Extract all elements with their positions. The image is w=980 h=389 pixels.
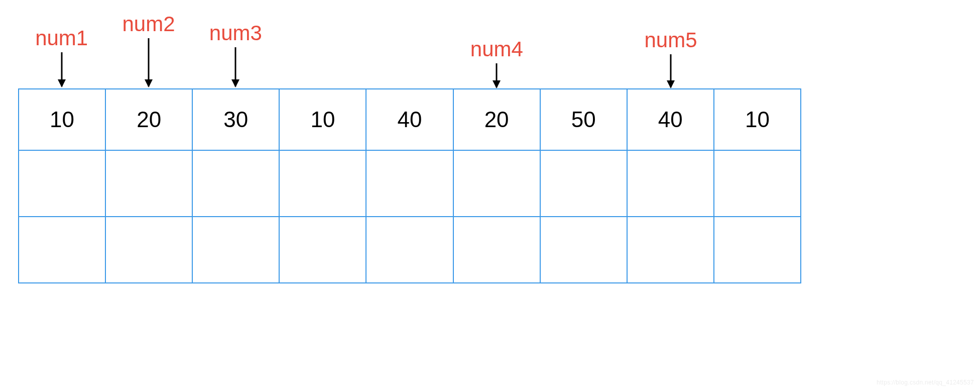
diagram-container: num1num2num3num4num5 102030104020504010: [18, 0, 801, 283]
grid-cell: [279, 150, 366, 217]
grid-cell: [366, 217, 453, 283]
pointer-label: num2: [122, 12, 175, 36]
pointer-label: num3: [209, 21, 262, 45]
svg-marker-5: [231, 79, 239, 87]
pointer-label: num5: [644, 28, 697, 52]
grid-cell: [19, 150, 105, 217]
arrow-down-icon: [143, 38, 155, 87]
pointer-labels-area: num1num2num3num4num5: [18, 0, 801, 88]
grid-row: [19, 150, 801, 217]
grid-cell: [714, 217, 801, 283]
grid-cell: [714, 150, 801, 217]
grid-cell: 40: [627, 89, 714, 150]
grid-cell: [540, 217, 627, 283]
grid-cell: [192, 217, 279, 283]
grid-row: [19, 217, 801, 283]
watermark: https://blog.csdn.net/qq_41245537: [877, 379, 974, 386]
arrow-down-icon: [229, 47, 241, 87]
grid-cell: [19, 217, 105, 283]
svg-marker-7: [493, 80, 501, 88]
pointer-num2: num2: [113, 12, 184, 87]
grid-cell: 10: [19, 89, 105, 150]
grid-cell: [279, 217, 366, 283]
grid-cell: 20: [453, 89, 540, 150]
grid-cell: [627, 150, 714, 217]
svg-marker-1: [58, 79, 66, 87]
arrow-down-icon: [491, 63, 503, 88]
grid-row: 102030104020504010: [19, 89, 801, 150]
data-grid: 102030104020504010: [18, 88, 801, 283]
grid-cell: 30: [192, 89, 279, 150]
grid-cell: 10: [279, 89, 366, 150]
pointer-num5: num5: [636, 28, 706, 88]
grid-cell: [105, 217, 192, 283]
pointer-label: num4: [470, 37, 523, 61]
pointer-num3: num3: [200, 21, 271, 87]
svg-marker-3: [145, 79, 153, 87]
grid-cell: 20: [105, 89, 192, 150]
pointer-num4: num4: [461, 37, 532, 88]
grid-cell: [453, 217, 540, 283]
svg-marker-9: [667, 80, 675, 88]
grid-cell: 40: [366, 89, 453, 150]
grid-cell: [627, 217, 714, 283]
arrow-down-icon: [665, 54, 677, 88]
grid-cell: [192, 150, 279, 217]
grid-cell: [105, 150, 192, 217]
grid-cell: [453, 150, 540, 217]
grid-cell: [366, 150, 453, 217]
arrow-down-icon: [56, 52, 68, 87]
grid-cell: 50: [540, 89, 627, 150]
pointer-num1: num1: [27, 26, 97, 87]
grid-cell: 10: [714, 89, 801, 150]
pointer-label: num1: [35, 26, 88, 50]
grid-cell: [540, 150, 627, 217]
